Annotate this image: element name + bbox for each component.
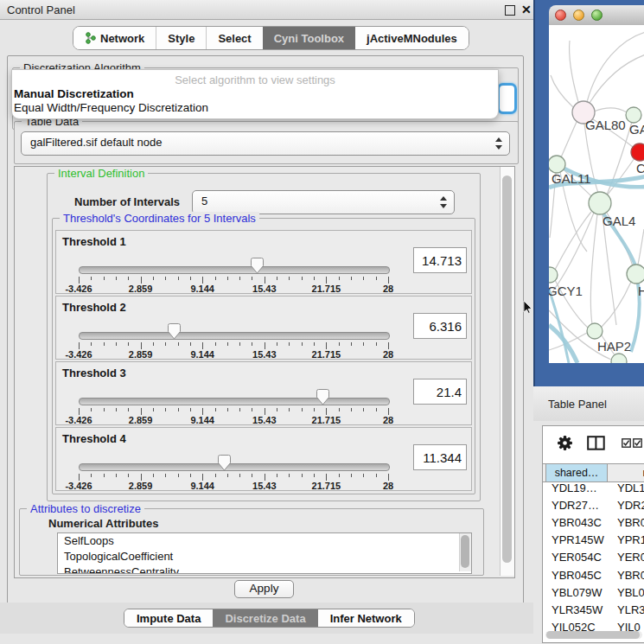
table-row[interactable]: YDR27…YDR2 (543, 499, 644, 516)
vertical-scrollbar[interactable] (500, 167, 514, 576)
network-edge[interactable] (590, 54, 644, 103)
slider-track[interactable] (79, 463, 390, 471)
attribute-item-betweennesscentrality[interactable]: BetweennessCentrality (58, 564, 471, 574)
control-panel-tab-bar: NetworkStyleSelectCyni ToolboxjActiveMNo… (73, 26, 469, 50)
table-data-combobox-value: galFiltered.sif default node (30, 136, 162, 149)
attribute-item-selfloops[interactable]: SelfLoops (58, 533, 471, 549)
network-node[interactable] (587, 323, 603, 339)
network-edge[interactable] (602, 282, 631, 327)
network-edge[interactable] (638, 229, 644, 265)
vertical-scrollbar-thumb[interactable] (502, 175, 512, 563)
network-node[interactable] (626, 107, 641, 123)
network-node[interactable] (549, 156, 565, 173)
column-header-shared-name[interactable]: shared… (545, 464, 608, 481)
network-edge[interactable] (552, 213, 594, 293)
table-row[interactable]: YER054CYER0 (543, 551, 644, 568)
slider-thumb[interactable] (218, 455, 231, 471)
dropdown-option-manual-discretization[interactable]: Manual Discretization (12, 87, 498, 101)
network-edge[interactable] (594, 108, 627, 112)
threshold-value-field[interactable] (413, 313, 467, 339)
attribute-item-topologicalcoefficient[interactable]: TopologicalCoefficient (58, 549, 471, 564)
slider-track[interactable] (79, 266, 390, 274)
dropdown-placeholder-option[interactable]: Select algorithm to view settings (12, 73, 498, 87)
threshold-slider[interactable]: -3.4262.8599.14415.4321.71528 (79, 452, 388, 488)
minimize-traffic-light-icon[interactable] (573, 10, 584, 21)
column-header-name[interactable]: n (607, 464, 644, 481)
node-label: GCY1 (549, 284, 583, 298)
checkbox-icon[interactable] (633, 438, 642, 448)
network-edge[interactable] (569, 41, 578, 102)
tab-jactivemnodules[interactable]: jActiveMNodules (355, 27, 469, 49)
horizontal-scrollbar-thumb[interactable] (546, 631, 640, 639)
tab-network[interactable]: Network (73, 27, 156, 49)
network-node[interactable] (549, 267, 558, 283)
number-of-intervals-combobox[interactable]: 5 (192, 190, 455, 214)
bottom-tab-discretize-data[interactable]: Discretize Data (213, 609, 317, 627)
slider-thumb[interactable] (316, 389, 329, 405)
table-row[interactable]: YBR045CYBR0 (543, 569, 644, 586)
tab-style[interactable]: Style (156, 27, 206, 49)
slider-track[interactable] (79, 332, 390, 340)
gear-icon[interactable] (557, 435, 573, 451)
threshold-value-field[interactable] (413, 247, 467, 273)
list-scrollbar[interactable] (459, 533, 471, 571)
network-node[interactable] (589, 192, 611, 214)
network-edge[interactable] (587, 32, 644, 102)
node-label: H (638, 284, 644, 298)
algorithm-combobox[interactable] (497, 83, 517, 114)
network-canvas[interactable]: GAL80GACGAL11GAL4GCY1HHAP2 (549, 25, 644, 363)
threshold-value-field[interactable] (413, 444, 467, 470)
app-root: Control Panel ✕ NetworkStyleSelectCyni T… (0, 0, 644, 644)
network-node[interactable] (627, 265, 644, 284)
network-edge[interactable] (555, 212, 591, 270)
tab-select[interactable]: Select (206, 27, 262, 49)
tab-label: Style (168, 32, 194, 45)
interval-definition-title: Interval Definition (54, 167, 148, 180)
network-edge[interactable] (551, 75, 573, 107)
slider-thumb[interactable] (251, 258, 264, 274)
slider-track[interactable] (79, 398, 390, 405)
close-icon[interactable]: ✕ (521, 3, 532, 16)
combobox-spinner-icon[interactable] (494, 137, 502, 150)
network-icon (85, 32, 96, 44)
threshold-value-field[interactable] (413, 379, 467, 405)
table-row[interactable]: YBL079WYBL0 (543, 586, 644, 603)
table-data-combobox[interactable]: galFiltered.sif default node (21, 131, 510, 156)
network-node[interactable] (631, 143, 644, 161)
list-scrollbar-thumb[interactable] (461, 535, 469, 568)
slider-tick-label: 21.715 (312, 284, 341, 294)
slider-tick-labels: -3.4262.8599.14415.4321.71528 (79, 284, 388, 294)
cell-shared-name: YPR145W (552, 533, 604, 546)
number-of-intervals-value: 5 (201, 194, 207, 207)
threshold-slider[interactable]: -3.4262.8599.14415.4321.71528 (79, 386, 388, 423)
apply-button[interactable]: Apply (234, 580, 294, 598)
table-row[interactable]: YBR043CYBR0 (543, 516, 644, 533)
bottom-tab-impute-data[interactable]: Impute Data (124, 609, 213, 627)
split-columns-icon[interactable] (587, 436, 605, 450)
slider-thumb[interactable] (168, 323, 181, 340)
table-row[interactable]: YLR345WYLR3 (543, 603, 644, 621)
slider-tick-label: 21.715 (312, 481, 341, 491)
close-traffic-light-icon[interactable] (555, 10, 566, 21)
network-edge[interactable] (590, 214, 597, 324)
checkbox-icon[interactable] (622, 438, 631, 448)
table-row[interactable]: YPR145WYPR1 (543, 533, 644, 551)
combobox-spinner-icon[interactable] (439, 196, 447, 208)
table-row[interactable]: YDL19…YDL1 (543, 481, 644, 499)
zoom-traffic-light-icon[interactable] (591, 10, 603, 21)
bottom-tab-infer-network[interactable]: Infer Network (318, 609, 414, 627)
dropdown-option-equal-width-frequency-discretization[interactable]: Equal Width/Frequency Discretization (12, 101, 498, 115)
tab-cyni-toolbox[interactable]: Cyni Toolbox (263, 27, 355, 49)
numerical-attributes-list[interactable]: SelfLoopsTopologicalCoefficientBetweenne… (57, 532, 472, 574)
network-node[interactable] (611, 354, 627, 363)
network-edge[interactable] (607, 158, 634, 195)
threshold-slider[interactable]: -3.4262.8599.14415.4321.71528 (79, 321, 388, 357)
network-edge-highlighted[interactable] (549, 325, 577, 363)
horizontal-scrollbar[interactable] (545, 631, 642, 639)
cell-shared-name: YBR043C (552, 516, 602, 529)
float-window-icon[interactable] (505, 5, 515, 16)
network-edge[interactable] (561, 122, 577, 157)
network-window-titlebar[interactable] (549, 5, 644, 25)
threshold-slider[interactable]: -3.4262.8599.14415.4321.71528 (79, 255, 388, 291)
slider-ticks (79, 474, 388, 481)
